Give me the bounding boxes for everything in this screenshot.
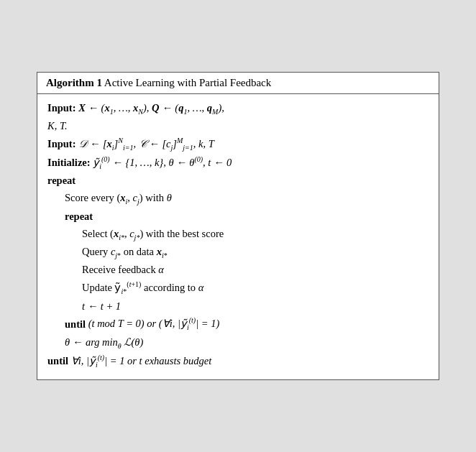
- algorithm-body: Input: X ← (x1, …, xN), Q ← (q1, …, qM),…: [37, 94, 439, 380]
- input1-kT: K, T.: [47, 120, 68, 132]
- t-text: t ← t + 1: [82, 300, 121, 312]
- update-text: Update ỹi*(t+1) according to α: [82, 282, 203, 293]
- until1-line: until (t mod T = 0) or (∀i, |ỹi(t)| = 1): [65, 315, 429, 334]
- score-text: Score every (: [65, 192, 120, 203]
- select-text: Select (: [82, 228, 114, 239]
- update-line: Update ỹi*(t+1) according to α: [82, 279, 429, 298]
- select-line: Select (xi*, cj*) with the best score: [82, 226, 429, 244]
- input2-line: Input: 𝒟 ← [xi]Ni=1, 𝒞 ← [cj]Mj=1, k, T: [47, 135, 429, 154]
- receive-line: Receive feedback α: [82, 262, 429, 279]
- input1-content: X ← (x1, …, xN), Q ← (q1, …, qM),: [78, 102, 224, 114]
- theta-content: θ ← arg minθ ℒ(θ): [65, 336, 143, 348]
- algorithm-title: Active Learning with Partial Feedback: [104, 77, 271, 88]
- initialize-line: Initialize: ỹi(0) ← {1, …, k}, θ ← θ(0),…: [47, 154, 429, 172]
- t-line: t ← t + 1: [82, 298, 429, 315]
- theta-line: θ ← arg minθ ℒ(θ): [65, 334, 429, 352]
- initialize-content: ỹi(0) ← {1, …, k}, θ ← θ(0), t ← 0: [93, 157, 232, 168]
- repeat1-line: repeat: [47, 172, 429, 190]
- repeat1-keyword: repeat: [47, 175, 75, 186]
- select-text2: ) with the best score: [139, 228, 224, 239]
- input2-label: Input:: [47, 138, 78, 149]
- receive-text: Receive feedback α: [82, 264, 164, 275]
- repeat2-keyword: repeat: [65, 211, 93, 222]
- until2-keyword: until: [47, 355, 71, 366]
- until2-line: until ∀i, |ỹi(t)| = 1 or t exhausts budg…: [47, 352, 429, 371]
- until1-content: (t mod T = 0) or (∀i, |ỹi(t)| = 1): [88, 318, 220, 329]
- score-line: Score every (xi, cj) with θ: [65, 190, 429, 208]
- input1-line: Input: X ← (x1, …, xN), Q ← (q1, …, qM),: [47, 100, 429, 118]
- query-line: Query cj* on data xi*: [82, 244, 429, 262]
- select-math: xi*, cj*: [114, 228, 140, 239]
- input1-label: Input:: [47, 102, 78, 114]
- input2-content: 𝒟 ← [xi]Ni=1, 𝒞 ← [cj]Mj=1, k, T: [78, 138, 214, 149]
- algorithm-number: Algorithm 1: [46, 77, 102, 88]
- score-math: xi, cj: [120, 192, 139, 203]
- repeat2-line: repeat: [65, 208, 429, 226]
- algorithm-header: Algorithm 1 Active Learning with Partial…: [37, 73, 439, 94]
- query-text: Query cj* on data xi*: [82, 246, 168, 257]
- score-text2: ) with θ: [139, 192, 172, 203]
- initialize-label: Initialize:: [47, 157, 93, 168]
- until2-content: ∀i, |ỹi(t)| = 1 or t exhausts budget: [71, 355, 212, 366]
- input1-continuation: K, T.: [47, 118, 429, 135]
- until1-keyword: until: [65, 318, 88, 329]
- algorithm-box: Algorithm 1 Active Learning with Partial…: [37, 72, 439, 381]
